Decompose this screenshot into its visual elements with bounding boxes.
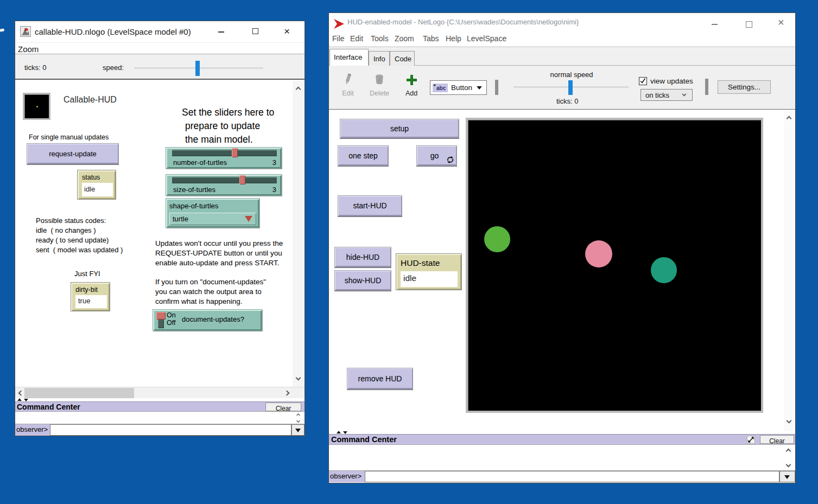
menu-zoom[interactable]: Zoom <box>395 34 414 43</box>
right-command-history-icon <box>784 475 790 479</box>
edit-tool-button[interactable]: Edit <box>338 73 358 98</box>
left-hscroll-left-icon[interactable] <box>18 391 24 396</box>
expand-command-center-icon[interactable] <box>747 436 755 444</box>
left-command-history-button[interactable] <box>291 424 305 436</box>
update-mode-chevron-icon <box>682 92 687 97</box>
left-menu-zoom[interactable]: Zoom <box>18 44 39 54</box>
tab-interface[interactable]: Interface <box>329 49 369 66</box>
right-output-scroll-up-icon[interactable] <box>786 449 791 454</box>
left-speed-slider-thumb[interactable] <box>195 61 200 76</box>
hud-state-monitor-value-text: idle <box>403 273 416 283</box>
left-command-input[interactable] <box>50 424 291 436</box>
add-tool-button[interactable]: Add <box>402 73 421 98</box>
right-splitter-up-icon[interactable] <box>337 431 341 433</box>
plus-icon <box>407 75 417 85</box>
left-command-output[interactable] <box>15 411 305 424</box>
left-horizontal-scrollbar[interactable] <box>15 387 305 398</box>
right-maximize-button[interactable] <box>746 21 752 28</box>
switch-knob[interactable] <box>156 312 166 320</box>
menu-tabs[interactable]: Tabs <box>423 34 439 43</box>
number-of-turtles-slider[interactable]: number-of-turtles 3 <box>166 147 282 169</box>
just-fyi-note: Just FYI <box>74 270 100 278</box>
dirty-bit-monitor-value: true <box>75 295 107 308</box>
left-hscroll-right-icon[interactable] <box>284 391 290 396</box>
document-note-line-1: you can watch the output area to <box>155 288 262 296</box>
widget-type-combobox[interactable]: ◂ abc Button <box>430 80 487 95</box>
view-updates-checkbox[interactable] <box>639 77 647 85</box>
right-minimize-button[interactable] <box>712 24 718 25</box>
desktop-artifact <box>0 28 4 31</box>
number-of-turtles-slider-thumb[interactable] <box>232 148 238 157</box>
status-monitor: status idle <box>77 170 116 200</box>
one-step-button[interactable]: one step <box>338 145 389 166</box>
right-command-history-button[interactable] <box>779 471 795 482</box>
codes-line-2: ready ( to send update) <box>36 236 109 244</box>
speed-slider-thumb[interactable] <box>568 80 573 95</box>
document-note-line-0: If you turn on "document-updates" <box>155 278 266 286</box>
view-updates-label[interactable]: view updates <box>650 77 693 85</box>
right-menubar: File Edit Tools Zoom Tabs Help LevelSpac… <box>329 31 795 47</box>
remove-hud-button[interactable]: remove HUD <box>347 368 413 390</box>
tab-interface-label: Interface <box>334 53 363 61</box>
left-widget-canvas: Callable-HUD For single manual updates r… <box>15 81 293 387</box>
right-close-button[interactable]: × <box>778 20 784 25</box>
shape-of-turtles-chooser-value: turtle <box>173 215 188 223</box>
shape-of-turtles-chooser-box[interactable]: turtle <box>169 213 256 225</box>
size-of-turtles-slider-track[interactable] <box>172 177 277 183</box>
menu-levelspace[interactable]: LevelSpace <box>467 34 506 43</box>
menu-edit[interactable]: Edit <box>350 34 363 43</box>
start-hud-button[interactable]: start-HUD <box>338 195 402 216</box>
world-view[interactable] <box>466 118 763 413</box>
right-vertical-scrollbar[interactable] <box>784 110 795 431</box>
chooser-dropdown-icon <box>245 216 252 222</box>
left-vscroll-up-icon[interactable] <box>296 87 301 92</box>
right-vscroll-up-icon[interactable] <box>787 116 792 122</box>
left-vertical-scrollbar[interactable] <box>293 81 305 387</box>
left-output-scroll-up-icon[interactable] <box>296 413 300 417</box>
settings-button[interactable]: Settings... <box>718 80 771 94</box>
switch-toggle[interactable] <box>156 312 166 329</box>
right-command-output[interactable] <box>329 444 795 471</box>
menu-help[interactable]: Help <box>446 34 461 43</box>
right-tabrow: Interface Info Code <box>329 48 795 66</box>
right-observer-prompt: observer> <box>329 471 365 482</box>
menu-tools[interactable]: Tools <box>371 34 389 43</box>
shape-of-turtles-chooser[interactable]: shape-of-turtles turtle <box>166 198 259 228</box>
left-minimize-button[interactable] <box>218 31 224 33</box>
setup-button[interactable]: setup <box>340 119 459 138</box>
right-vscroll-down-icon[interactable] <box>787 418 792 424</box>
number-of-turtles-slider-track[interactable] <box>172 150 277 156</box>
update-mode-select[interactable]: on ticks <box>641 89 693 101</box>
status-monitor-value: idle <box>82 183 113 196</box>
right-titlebar[interactable]: HUD-enabled-model - NetLogo {C:\Users\wa… <box>329 13 795 31</box>
tab-info[interactable]: Info <box>369 51 390 66</box>
delete-tool-button[interactable]: Delete <box>368 73 391 98</box>
dirty-bit-monitor-value-text: true <box>78 297 90 305</box>
left-vscroll-down-icon[interactable] <box>296 375 301 381</box>
right-output-scroll-down-icon[interactable] <box>786 462 791 468</box>
left-output-scroll-down-icon[interactable] <box>296 419 300 423</box>
turtle-layer <box>468 120 761 411</box>
left-hscroll-thumb[interactable] <box>24 388 134 398</box>
show-hud-button[interactable]: show-HUD <box>334 270 391 291</box>
trash-icon <box>375 74 384 85</box>
left-maximize-button[interactable] <box>252 28 258 34</box>
request-update-button[interactable]: request-update <box>27 143 119 164</box>
menu-file[interactable]: File <box>332 34 345 43</box>
pencil-icon <box>344 73 352 85</box>
right-clear-button[interactable]: Clear <box>760 435 794 444</box>
add-tool-label: Add <box>402 90 421 97</box>
right-command-input[interactable] <box>365 471 779 482</box>
splitter-up-icon[interactable] <box>17 398 22 401</box>
number-of-turtles-slider-value: 3 <box>272 158 276 167</box>
left-close-button[interactable]: × <box>284 29 290 34</box>
hide-hud-button[interactable]: hide-HUD <box>334 247 391 267</box>
size-of-turtles-slider-thumb[interactable] <box>239 175 245 184</box>
left-titlebar[interactable]: callable-HUD.nlogo (LevelSpace model #0)… <box>15 21 305 43</box>
left-clear-button[interactable]: Clear <box>265 403 301 411</box>
size-of-turtles-slider[interactable]: size-of-turtles 3 <box>166 174 282 196</box>
codes-line-0: Possible status codes: <box>36 216 106 225</box>
tab-code[interactable]: Code <box>390 51 415 66</box>
go-button[interactable]: go <box>416 145 457 166</box>
document-updates-switch[interactable]: On Off document-updates? <box>153 309 262 331</box>
